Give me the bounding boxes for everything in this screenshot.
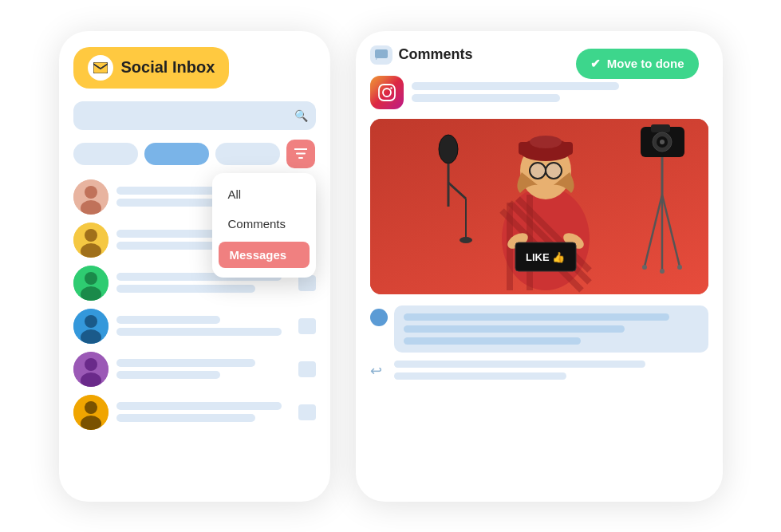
post-image: LIKE 👍 xyxy=(370,119,708,294)
contact-action-icon xyxy=(298,404,316,420)
svg-point-9 xyxy=(85,272,97,285)
svg-point-50 xyxy=(660,140,665,144)
avatar xyxy=(73,179,108,215)
search-bar[interactable]: 🔍 xyxy=(73,101,316,130)
social-inbox-title: Social Inbox xyxy=(121,58,215,77)
avatar xyxy=(73,352,108,387)
tab-messages[interactable] xyxy=(215,143,280,165)
comments-icon xyxy=(370,45,392,65)
reply-line xyxy=(394,372,567,380)
svg-point-38 xyxy=(530,136,562,148)
filter-button[interactable] xyxy=(286,140,315,168)
svg-rect-20 xyxy=(375,49,388,58)
svg-point-40 xyxy=(546,163,562,179)
instagram-icon xyxy=(370,76,404,109)
contact-msg-line xyxy=(116,285,255,293)
svg-line-52 xyxy=(645,195,662,266)
mail-icon xyxy=(88,55,113,81)
dropdown-item-comments[interactable]: Comments xyxy=(212,209,316,238)
filter-tabs-row: All Comments Messages xyxy=(73,140,316,168)
contact-info xyxy=(116,402,290,422)
svg-rect-0 xyxy=(93,62,108,73)
contact-info xyxy=(116,359,290,379)
left-phone: Social Inbox 🔍 All Comments Messages xyxy=(59,31,330,502)
svg-text:LIKE 👍: LIKE 👍 xyxy=(526,250,566,264)
contact-action-icon xyxy=(298,275,316,291)
post-image-bg: LIKE 👍 xyxy=(370,119,708,294)
reply-icon: ↩ xyxy=(370,362,388,380)
contact-msg-line xyxy=(116,371,221,379)
contact-row[interactable] xyxy=(73,309,316,344)
comments-title: Comments xyxy=(399,46,473,63)
contact-row[interactable] xyxy=(73,352,316,387)
commenter-avatar xyxy=(370,309,388,326)
tab-all[interactable] xyxy=(73,143,138,165)
tab-comments[interactable] xyxy=(144,143,209,165)
avatar xyxy=(73,395,108,430)
svg-point-24 xyxy=(439,135,458,164)
svg-point-18 xyxy=(85,401,97,414)
svg-line-54 xyxy=(662,195,680,266)
contact-name-line xyxy=(116,187,221,195)
right-phone: ✔ Move to done Comments xyxy=(356,31,723,502)
comment-row xyxy=(370,305,708,353)
svg-rect-21 xyxy=(379,85,395,100)
filter-dropdown: All Comments Messages xyxy=(212,173,316,278)
social-inbox-header: Social Inbox xyxy=(73,47,230,89)
svg-point-23 xyxy=(390,87,392,89)
svg-point-57 xyxy=(677,265,682,270)
reply-row: ↩ xyxy=(370,361,708,380)
comment-line xyxy=(404,313,669,321)
scene: Social Inbox 🔍 All Comments Messages xyxy=(0,0,781,532)
post-header xyxy=(370,76,708,109)
svg-line-26 xyxy=(448,183,466,199)
dropdown-item-messages[interactable]: Messages xyxy=(219,242,310,268)
svg-point-3 xyxy=(85,186,97,199)
contact-action-icon xyxy=(298,318,316,334)
dropdown-item-all[interactable]: All xyxy=(212,179,316,209)
contact-msg-line xyxy=(116,328,282,336)
svg-point-55 xyxy=(642,265,647,270)
post-subtitle-line xyxy=(412,94,560,102)
avatar xyxy=(73,266,108,301)
svg-point-15 xyxy=(85,358,97,371)
contact-name-line xyxy=(116,359,255,367)
comment-line xyxy=(404,337,581,345)
svg-point-56 xyxy=(660,269,665,274)
contact-name-line xyxy=(116,402,282,410)
reply-text-block xyxy=(394,361,708,380)
svg-point-28 xyxy=(460,237,472,243)
comment-text-block xyxy=(394,305,708,353)
svg-point-22 xyxy=(383,89,391,97)
svg-point-39 xyxy=(530,163,546,179)
contact-action-icon xyxy=(298,361,316,377)
svg-rect-47 xyxy=(651,124,670,132)
reply-line xyxy=(394,361,645,368)
contact-msg-line xyxy=(116,242,221,250)
contact-info xyxy=(116,316,290,336)
move-done-label: Move to done xyxy=(607,57,684,70)
svg-point-6 xyxy=(85,229,97,242)
avatar xyxy=(73,223,108,258)
move-to-done-button[interactable]: ✔ Move to done xyxy=(576,49,699,79)
contact-msg-line xyxy=(116,414,255,422)
avatar xyxy=(73,309,108,344)
search-icon: 🔍 xyxy=(294,109,308,122)
contact-name-line xyxy=(116,316,221,324)
contact-row[interactable] xyxy=(73,395,316,430)
checkmark-icon: ✔ xyxy=(590,57,601,71)
svg-point-12 xyxy=(85,315,97,328)
comment-line xyxy=(404,325,625,333)
post-title-line xyxy=(412,82,619,90)
post-text-lines xyxy=(412,82,708,102)
